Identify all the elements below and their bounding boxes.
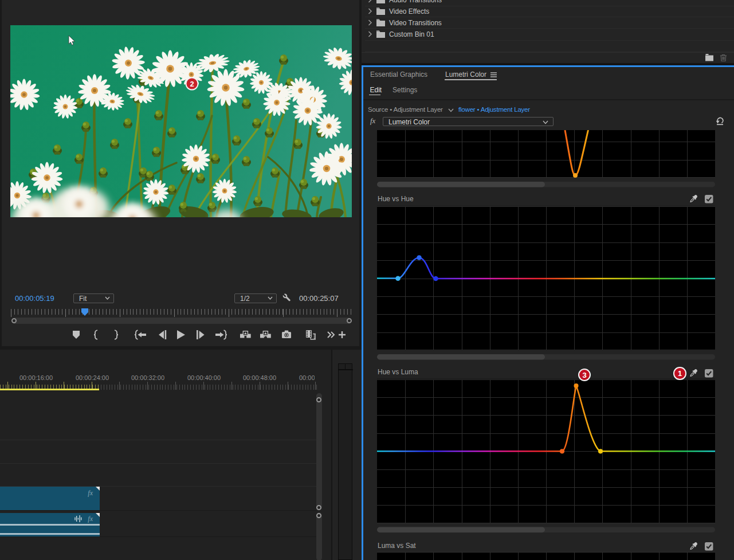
svg-text:2: 2 [190,80,194,88]
